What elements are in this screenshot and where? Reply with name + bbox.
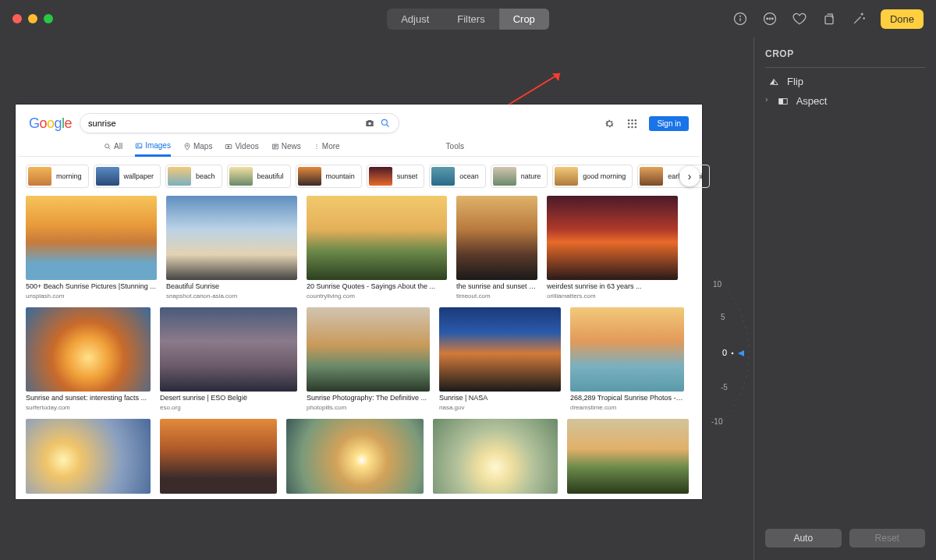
tab-videos[interactable]: Videos [225, 139, 258, 155]
svg-point-11 [381, 119, 387, 125]
chip-thumb [229, 167, 253, 186]
adjust-tab[interactable]: Adjust [387, 9, 443, 30]
image-result[interactable]: Sunrise and sunset: interesting facts ..… [26, 307, 151, 411]
result-thumbnail [26, 419, 151, 494]
image-result[interactable]: Desert sunrise | ESO Belgiëeso.org [160, 307, 297, 411]
search-input[interactable] [88, 119, 360, 128]
chip-thumb [493, 167, 516, 186]
result-thumbnail [286, 419, 424, 494]
result-thumbnail [160, 307, 297, 392]
image-result[interactable]: Sunrise | NASAnasa.gov [439, 307, 561, 411]
chip-nature[interactable]: nature [491, 165, 548, 188]
result-title: 20 Sunrise Quotes - Sayings About the ..… [307, 282, 447, 290]
auto-button[interactable]: Auto [765, 529, 842, 548]
minimize-window-button[interactable] [28, 14, 37, 23]
google-logo[interactable]: Google [29, 115, 72, 132]
image-result[interactable] [567, 419, 689, 494]
svg-point-26 [186, 144, 188, 146]
chevron-right-icon: › [765, 94, 768, 104]
chip-label: sunset [397, 172, 418, 180]
chip-mountain[interactable]: mountain [296, 165, 362, 188]
sign-in-button[interactable]: Sign in [649, 116, 689, 131]
image-result[interactable] [433, 419, 558, 494]
tab-tools[interactable]: Tools [446, 139, 464, 155]
image-result[interactable]: the sunrise and sunset in Se...timeout.c… [456, 196, 537, 299]
chip-sunset[interactable]: sunset [367, 165, 425, 188]
chip-thumb [96, 167, 119, 186]
chip-label: ocean [459, 172, 479, 180]
result-thumbnail [439, 307, 561, 392]
info-icon[interactable] [732, 11, 748, 27]
done-button[interactable]: Done [881, 9, 924, 29]
svg-rect-40 [778, 98, 782, 104]
search-icon[interactable] [380, 118, 391, 129]
image-result[interactable]: weirdest sunrise in 63 years ...orilliam… [547, 196, 678, 299]
auto-enhance-icon[interactable] [851, 11, 867, 27]
crop-tab[interactable]: Crop [499, 9, 549, 30]
settings-icon[interactable] [604, 118, 615, 129]
chips-next-button[interactable]: › [679, 166, 700, 186]
result-title: Sunrise and sunset: interesting facts ..… [26, 394, 151, 402]
svg-line-12 [387, 125, 389, 127]
chip-beach[interactable]: beach [165, 165, 222, 188]
result-title: Desert sunrise | ESO België [160, 394, 297, 402]
svg-point-22 [105, 144, 109, 147]
image-result[interactable]: 20 Sunrise Quotes - Sayings About the ..… [307, 196, 447, 299]
svg-marker-37 [738, 350, 744, 356]
apps-icon[interactable] [626, 118, 638, 129]
svg-text:10: 10 [713, 280, 722, 289]
camera-icon[interactable] [364, 118, 375, 129]
image-result[interactable]: Sunrise Photography: The Definitive ...p… [307, 307, 430, 411]
image-result[interactable] [286, 419, 424, 494]
image-result[interactable] [160, 419, 277, 494]
crop-frame[interactable]: Google Sign in All Images Maps Videos [16, 105, 702, 499]
image-result[interactable] [26, 419, 151, 494]
svg-text:5: 5 [721, 313, 725, 321]
result-thumbnail [307, 307, 430, 392]
result-thumbnail [567, 419, 689, 494]
straighten-dial[interactable]: 10 5 0 -5 -10 [690, 271, 750, 435]
maximize-window-button[interactable] [44, 14, 53, 23]
result-thumbnail [570, 307, 684, 392]
result-source: snapshot.canon-asia.com [166, 292, 297, 299]
filters-tab[interactable]: Filters [443, 9, 498, 30]
chip-beautiful[interactable]: beautiful [227, 165, 291, 188]
svg-point-10 [368, 122, 371, 126]
aspect-row[interactable]: › Aspect [765, 89, 925, 108]
flip-button[interactable]: Flip [765, 68, 925, 89]
chip-thumb [555, 167, 578, 186]
svg-point-4 [767, 18, 768, 19]
window-controls [12, 14, 53, 23]
image-result[interactable]: 268,289 Tropical Sunrise Photos - Free .… [570, 307, 684, 411]
related-chips: morningwallpaperbeachbeautifulmountainsu… [18, 157, 700, 196]
close-window-button[interactable] [12, 14, 22, 23]
chip-label: good morning [583, 172, 626, 180]
image-result[interactable]: 500+ Beach Sunrise Pictures |Stunning ..… [26, 196, 157, 299]
tab-images[interactable]: Images [135, 138, 171, 157]
chip-wallpaper[interactable]: wallpaper [94, 165, 161, 188]
tab-news[interactable]: News [271, 139, 301, 155]
crop-sidebar: CROP Flip › Aspect Auto Reset [753, 37, 936, 560]
favorite-icon[interactable] [792, 11, 807, 27]
canvas-area: Google Sign in All Images Maps Videos [0, 37, 753, 560]
more-icon[interactable] [762, 11, 778, 27]
svg-point-18 [635, 122, 637, 125]
result-thumbnail [307, 196, 447, 280]
chip-label: morning [56, 172, 82, 180]
tab-more[interactable]: ⋮More [314, 139, 340, 155]
image-result[interactable]: Beautiful Sunrisesnapshot.canon-asia.com [166, 196, 297, 299]
chip-morning[interactable]: morning [26, 165, 89, 188]
chip-ocean[interactable]: ocean [429, 165, 486, 188]
reset-button[interactable]: Reset [849, 529, 926, 548]
svg-rect-7 [825, 16, 833, 24]
result-title: Sunrise | NASA [439, 394, 561, 402]
svg-text:-10: -10 [711, 417, 723, 426]
chip-good-morning[interactable]: good morning [552, 165, 633, 188]
rotate-icon[interactable] [821, 11, 837, 27]
tab-all[interactable]: All [104, 139, 122, 155]
result-source: dreamstime.com [570, 404, 684, 411]
svg-point-38 [732, 353, 734, 355]
search-box[interactable] [80, 113, 399, 133]
result-thumbnail [456, 196, 537, 280]
tab-maps[interactable]: Maps [183, 139, 212, 155]
